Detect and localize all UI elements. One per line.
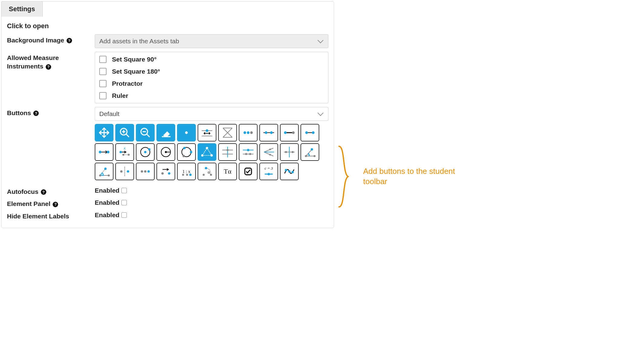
hide-labels-checkbox[interactable]	[121, 212, 127, 218]
svg-point-85	[141, 170, 143, 173]
tool-eraser-icon[interactable]	[156, 124, 175, 141]
checkbox-ruler[interactable]	[99, 92, 107, 99]
help-icon[interactable]: ?	[53, 202, 58, 207]
buttons-preset-select[interactable]: Default	[95, 107, 328, 121]
tool-circle-three-icon[interactable]	[177, 143, 196, 161]
tool-angle-icon[interactable]	[301, 143, 319, 161]
tool-point-on-object-icon[interactable]	[198, 124, 216, 141]
tool-two-points-icon[interactable]	[301, 124, 319, 141]
svg-point-29	[305, 131, 308, 134]
svg-point-102	[288, 170, 291, 173]
tool-angle-fixed-icon[interactable]	[95, 163, 113, 180]
element-panel-label: Element Panel ?	[7, 198, 95, 208]
svg-point-32	[99, 151, 101, 154]
svg-point-19	[244, 131, 246, 134]
help-icon[interactable]: ?	[41, 189, 46, 195]
tool-checkbox-icon[interactable]	[239, 163, 258, 180]
svg-point-92	[186, 174, 188, 176]
help-icon[interactable]: ?	[46, 64, 51, 70]
svg-point-70	[285, 151, 287, 153]
tool-slider-icon[interactable]: c = 3	[259, 163, 278, 180]
tool-mirror-line-icon[interactable]	[115, 163, 134, 180]
tool-circle-center-icon[interactable]	[136, 143, 155, 161]
element-panel-checkbox[interactable]	[121, 200, 127, 205]
tool-line-two-points-icon[interactable]	[259, 124, 278, 141]
svg-point-67	[269, 154, 271, 156]
tool-perpendicular-line-icon[interactable]	[280, 143, 299, 161]
tool-zoom-in-icon[interactable]	[115, 124, 134, 141]
instruments-label: Allowed Measure Instruments ?	[7, 52, 95, 71]
svg-point-76	[311, 148, 313, 151]
tool-polygon-icon[interactable]	[198, 143, 216, 161]
svg-point-47	[183, 147, 186, 149]
tool-perpendicular-icon[interactable]	[218, 143, 237, 161]
svg-point-89	[161, 172, 164, 175]
svg-point-36	[120, 151, 122, 153]
svg-point-24	[270, 131, 273, 134]
annotation: Add buttons to the student toolbar	[336, 145, 463, 208]
svg-point-52	[211, 154, 213, 157]
instrument-item: Ruler	[95, 90, 328, 102]
tool-point-icon[interactable]	[177, 124, 196, 141]
tool-translate-icon[interactable]	[156, 163, 175, 180]
tool-move-icon[interactable]	[95, 124, 113, 141]
svg-point-81	[104, 168, 107, 170]
tab-label: Settings	[9, 5, 35, 13]
tool-mirror-point-icon[interactable]	[136, 163, 155, 180]
tool-intersect-icon[interactable]	[218, 124, 237, 141]
svg-point-21	[250, 131, 253, 134]
svg-text:α: α	[208, 170, 210, 174]
checkbox-set-square-180[interactable]	[99, 68, 107, 75]
section-title: Click to open	[7, 22, 328, 30]
svg-line-7	[146, 134, 150, 137]
annotation-text: Add buttons to the student toolbar	[363, 166, 463, 187]
help-icon[interactable]: ?	[67, 38, 72, 43]
tool-vector-from-point-icon[interactable]: x	[115, 143, 134, 161]
svg-point-84	[127, 170, 129, 173]
svg-point-42	[148, 148, 150, 151]
svg-point-20	[247, 131, 250, 134]
instrument-item: Protractor	[95, 78, 328, 90]
tool-parallel-icon[interactable]	[239, 143, 258, 161]
tab-settings[interactable]: Settings	[1, 1, 43, 17]
tool-circle-radius-icon[interactable]	[156, 143, 175, 161]
tool-three-points-icon[interactable]	[239, 124, 258, 141]
svg-point-39	[128, 154, 130, 156]
chevron-down-icon	[317, 110, 324, 116]
tool-text-icon[interactable]: Tα	[218, 163, 237, 180]
tool-vector-icon[interactable]	[95, 143, 113, 161]
tool-angle-bisector-icon[interactable]	[259, 143, 278, 161]
svg-point-26	[284, 131, 287, 134]
tool-function-icon[interactable]	[280, 163, 299, 180]
background-image-select[interactable]: Add assets in the Assets tab	[95, 34, 328, 48]
svg-line-63	[264, 148, 274, 152]
svg-point-91	[182, 174, 184, 176]
autofocus-checkbox[interactable]	[121, 188, 127, 193]
svg-line-64	[264, 152, 274, 156]
chevron-down-icon	[317, 37, 324, 43]
checkbox-protractor[interactable]	[99, 80, 107, 87]
svg-point-75	[314, 155, 316, 157]
svg-point-97	[205, 167, 207, 169]
checkbox-set-square-90[interactable]	[99, 56, 107, 63]
svg-point-45	[165, 151, 167, 153]
svg-point-100	[268, 173, 270, 175]
instruments-group: Set Square 90° Set Square 180° Protracto…	[95, 52, 328, 103]
tool-rotate-icon[interactable]: α	[198, 163, 216, 180]
svg-point-90	[168, 172, 170, 175]
svg-point-79	[99, 174, 101, 177]
help-icon[interactable]: ?	[33, 111, 39, 116]
autofocus-label: Autofocus ?	[7, 186, 95, 196]
tool-dilate-icon[interactable]: 1 : x	[177, 163, 196, 180]
svg-point-62	[249, 153, 251, 155]
tool-segment-icon[interactable]	[280, 124, 299, 141]
svg-point-23	[265, 131, 268, 134]
tool-zoom-out-icon[interactable]	[136, 124, 155, 141]
svg-point-51	[206, 147, 208, 149]
svg-point-41	[144, 151, 146, 153]
svg-point-74	[305, 155, 307, 157]
svg-point-13	[206, 129, 209, 132]
svg-point-10	[185, 131, 188, 134]
svg-point-53	[201, 154, 204, 157]
svg-point-61	[245, 153, 247, 155]
